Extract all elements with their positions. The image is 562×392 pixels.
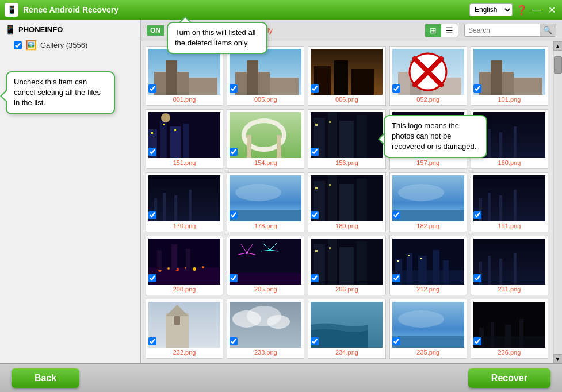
item-checkbox[interactable] — [473, 337, 481, 345]
item-checkbox[interactable] — [311, 84, 319, 93]
item-checkbox[interactable] — [473, 211, 481, 219]
gallery-item[interactable]: 101.png — [471, 46, 548, 106]
gallery-item[interactable]: 156.png — [308, 109, 385, 169]
scroll-up-button[interactable]: ▲ — [553, 41, 563, 51]
gallery-checkbox[interactable] — [14, 41, 22, 49]
gallery-thumbnail — [230, 302, 301, 348]
help-button[interactable]: ❓ — [516, 4, 527, 16]
gallery-item[interactable]: 001.png — [146, 46, 223, 106]
gallery-thumbnail — [311, 175, 383, 221]
gallery-item[interactable]: 205.png — [227, 236, 304, 295]
gallery-item[interactable]: 151.png — [146, 109, 223, 169]
item-filename: 170.png — [148, 222, 220, 229]
svg-rect-76 — [392, 210, 464, 221]
gallery-item[interactable]: 154.png — [227, 109, 304, 169]
gallery-item[interactable]: 235.png — [389, 299, 467, 359]
gallery-item[interactable]: 234.png — [308, 299, 385, 359]
gallery-item[interactable]: 236.png — [471, 299, 548, 359]
gallery-item[interactable]: 005.png — [227, 46, 304, 106]
grid-view-button[interactable]: ⊞ — [425, 24, 441, 37]
item-checkbox[interactable] — [392, 274, 400, 282]
item-checkbox[interactable] — [230, 337, 238, 345]
svg-rect-59 — [148, 175, 220, 221]
gallery-thumbnail — [473, 49, 545, 95]
gallery-thumbnail — [473, 239, 545, 285]
gallery-thumbnail — [392, 49, 464, 95]
svg-rect-143 — [505, 325, 511, 348]
damaged-balloon: This logo means the photos can not be re… — [384, 115, 487, 158]
scroll-thumb[interactable] — [554, 56, 562, 74]
item-checkbox[interactable] — [392, 337, 400, 345]
search-button[interactable]: 🔍 — [540, 24, 556, 36]
svg-rect-125 — [499, 259, 502, 285]
item-checkbox[interactable] — [473, 84, 481, 93]
item-checkbox[interactable] — [392, 211, 400, 219]
gallery-item[interactable]: 232.png — [146, 299, 223, 359]
svg-rect-111 — [329, 247, 331, 249]
item-filename: 182.png — [392, 222, 464, 229]
item-checkbox[interactable] — [311, 148, 319, 156]
item-checkbox[interactable] — [311, 274, 319, 282]
gallery-item[interactable]: 200.png — [146, 236, 223, 295]
close-button[interactable]: ✕ — [546, 4, 557, 16]
svg-point-85 — [167, 267, 170, 270]
item-checkbox[interactable] — [392, 84, 400, 93]
svg-rect-116 — [418, 256, 427, 285]
item-filename: 231.png — [473, 286, 545, 293]
recover-button[interactable]: Recover — [468, 368, 550, 388]
gallery-item[interactable]: 052.png — [389, 46, 467, 106]
item-checkbox[interactable] — [148, 337, 156, 345]
gallery-item[interactable]: 006.png — [308, 46, 385, 106]
item-checkbox[interactable] — [230, 84, 238, 93]
back-button[interactable]: Back — [12, 368, 79, 388]
item-checkbox[interactable] — [473, 274, 481, 282]
item-checkbox[interactable] — [148, 274, 156, 282]
svg-rect-90 — [157, 250, 162, 270]
item-checkbox[interactable] — [148, 211, 156, 219]
svg-point-88 — [193, 267, 196, 271]
content-area: ON Display deleted files only Turn on th… — [141, 20, 562, 363]
gallery-item[interactable]: 182.png — [389, 172, 467, 232]
gallery-thumbnail — [473, 302, 545, 348]
minimize-button[interactable]: — — [531, 4, 542, 16]
gallery-item[interactable]: 191.png — [471, 172, 548, 232]
item-checkbox[interactable] — [148, 148, 156, 156]
list-view-button[interactable]: ☰ — [441, 24, 458, 37]
gallery-item[interactable]: 233.png — [227, 299, 304, 359]
gallery-thumbnail — [230, 239, 301, 285]
item-checkbox[interactable] — [148, 84, 156, 93]
sidebar-item-phone[interactable]: 📱 PHONEINFO — [0, 22, 140, 37]
item-filename: 212.png — [392, 286, 464, 293]
app-title: Renee Android Recovery — [23, 5, 469, 14]
gallery-item[interactable]: 206.png — [308, 236, 385, 295]
svg-rect-79 — [488, 193, 491, 221]
gallery-thumbnail — [230, 49, 301, 95]
item-checkbox[interactable] — [230, 211, 238, 219]
gallery-thumbnail — [311, 302, 383, 348]
svg-rect-7 — [270, 78, 299, 95]
svg-rect-115 — [407, 253, 412, 285]
item-checkbox[interactable] — [230, 274, 238, 282]
search-input[interactable] — [465, 25, 540, 36]
svg-rect-107 — [328, 239, 337, 285]
gallery-item[interactable]: 231.png — [471, 236, 548, 295]
svg-rect-70 — [339, 184, 354, 221]
svg-rect-42 — [329, 121, 331, 123]
gallery-item[interactable]: 212.png — [389, 236, 467, 295]
gallery-item[interactable]: 180.png — [308, 172, 385, 232]
gallery-item[interactable]: 178.png — [227, 172, 304, 232]
language-select[interactable]: English Chinese French German — [469, 3, 513, 16]
svg-rect-72 — [315, 187, 318, 189]
svg-rect-29 — [151, 132, 153, 134]
scroll-down-button[interactable]: ▼ — [553, 354, 563, 363]
item-filename: 232.png — [148, 349, 220, 356]
svg-rect-34 — [247, 135, 251, 158]
sidebar-item-gallery[interactable]: 🖼️ Gallery (3556) — [0, 37, 140, 53]
gallery-item[interactable]: 170.png — [146, 172, 223, 232]
item-checkbox[interactable] — [311, 337, 319, 345]
gallery-thumbnail — [311, 239, 383, 285]
item-checkbox[interactable] — [230, 148, 238, 156]
sidebar-balloon: Uncheck this item can cancel seleting al… — [6, 71, 115, 114]
item-checkbox[interactable] — [311, 211, 319, 219]
svg-rect-118 — [443, 260, 449, 285]
